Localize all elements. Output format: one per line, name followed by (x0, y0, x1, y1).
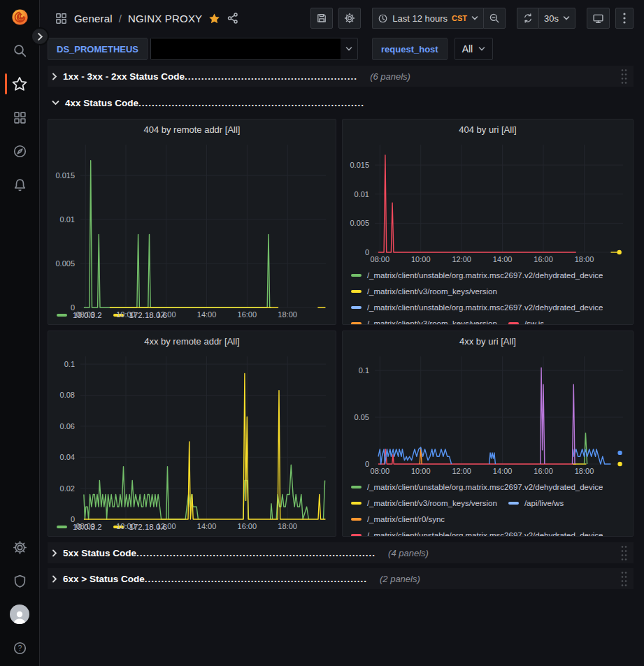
time-controls-group: Last 12 hours CST (372, 8, 506, 29)
series-color-swatch (351, 322, 362, 324)
panel-title[interactable]: 404 by remote addr [All] (48, 120, 336, 139)
legend-label: /sw.js (524, 316, 544, 324)
panel-404-by-remote-addr: 404 by remote addr [All] 08:0010:0012:00… (48, 119, 336, 325)
datasource-select[interactable] (150, 38, 358, 60)
dashboard-header: General / NGINX PROXY (40, 0, 644, 36)
svg-text:0.04: 0.04 (60, 453, 75, 461)
sidebar-item-server-admin[interactable] (0, 564, 39, 598)
compass-icon (13, 144, 27, 159)
row-4xx[interactable]: 4xx Status Code ........................… (48, 92, 634, 113)
legend-item[interactable]: /sw.js (508, 316, 544, 324)
legend-item[interactable]: /_matrix/client/v3/room_keys/version (351, 284, 497, 299)
svg-text:12:00: 12:00 (452, 255, 471, 263)
svg-text:12:00: 12:00 (452, 467, 471, 475)
svg-text:16:00: 16:00 (238, 522, 257, 530)
legend-item[interactable]: /_matrix/client/unstable/org.matrix.msc2… (351, 268, 603, 283)
series-color-swatch (351, 486, 362, 488)
grafana-logo-icon (10, 8, 29, 27)
timeseries-chart[interactable]: 08:0010:0012:0014:0016:0018:0000.0050.01… (48, 139, 336, 306)
sidebar-collapse-button[interactable] (31, 27, 49, 45)
sidebar-item-configuration[interactable] (0, 530, 39, 564)
request-host-value: All (462, 43, 473, 55)
row-drag-handle[interactable] (620, 68, 628, 85)
series-color-swatch (351, 274, 362, 277)
row-panel-count: (4 panels) (388, 548, 429, 558)
svg-text:0.015: 0.015 (350, 161, 369, 169)
timeseries-chart[interactable]: 08:0010:0012:0014:0016:0018:0000.050.1 (343, 351, 633, 478)
variables-submenu: DS_PROMETHEUS request_host All (40, 36, 644, 61)
row-5xx[interactable]: 5xx Status Code ........................… (48, 542, 634, 563)
save-dashboard-button[interactable] (310, 8, 333, 29)
svg-text:18:00: 18:00 (278, 310, 297, 319)
svg-text:14:00: 14:00 (197, 310, 217, 319)
series-color-swatch (351, 306, 362, 309)
cycle-view-mode-button[interactable] (587, 8, 610, 29)
series-color-swatch (351, 534, 362, 536)
svg-text:0.1: 0.1 (64, 360, 75, 368)
more-options-button[interactable] (615, 8, 634, 29)
svg-text:0.02: 0.02 (60, 484, 75, 493)
row-title: 1xx - 3xx - 2xx Status Code (63, 71, 185, 82)
row-leader-dots: ........................................… (185, 71, 357, 82)
legend-item[interactable]: /api/live/ws (508, 495, 564, 511)
timeseries-chart[interactable]: 08:0010:0012:0014:0016:0018:0000.020.040… (48, 351, 336, 518)
panel-title[interactable]: 4xx by uri [All] (343, 331, 633, 351)
shield-icon (13, 574, 27, 588)
row-drag-handle[interactable] (620, 544, 628, 562)
timeseries-chart[interactable]: 08:0010:0012:0014:0016:0018:0000.0050.01… (343, 139, 633, 266)
svg-text:0: 0 (365, 248, 369, 256)
svg-text:14:00: 14:00 (197, 522, 217, 530)
star-icon (12, 76, 27, 92)
sidebar-item-starred[interactable] (0, 67, 39, 101)
legend-item[interactable]: /_matrix/client/unstable/org.matrix.msc2… (351, 479, 603, 495)
refresh-button[interactable] (517, 8, 538, 29)
chevron-right-icon (52, 575, 57, 583)
svg-text:0.05: 0.05 (355, 413, 369, 421)
grafana-app: ? General / NGINX PROXY (0, 0, 644, 666)
sidebar-item-alerting[interactable] (0, 168, 39, 201)
panel-title[interactable]: 404 by uri [All] (343, 120, 633, 139)
svg-text:0.1: 0.1 (359, 366, 369, 375)
sidebar-item-dashboards[interactable] (0, 101, 39, 134)
legend-label: /_matrix/client/v3/room_keys/version (367, 284, 497, 299)
favorite-star-icon[interactable] (208, 13, 220, 24)
breadcrumb-section[interactable]: General (74, 13, 113, 24)
row-panel-count: (2 panels) (380, 574, 420, 584)
svg-text:0.01: 0.01 (60, 215, 75, 224)
legend-item[interactable]: /_matrix/client/unstable/org.matrix.msc2… (351, 528, 603, 536)
series-color-swatch (351, 518, 362, 521)
share-icon[interactable] (227, 12, 239, 24)
sidebar-item-explore[interactable] (0, 134, 39, 168)
series-color-swatch (508, 322, 519, 324)
dashboard-settings-button[interactable] (338, 8, 361, 29)
sidebar-item-profile[interactable] (0, 598, 39, 631)
panel-title[interactable]: 4xx by remote addr [All] (48, 331, 336, 351)
series-color-swatch (508, 502, 519, 505)
svg-text:08:00: 08:00 (370, 467, 389, 475)
sidebar-item-home[interactable] (0, 0, 39, 34)
legend-item[interactable]: /_matrix/client/unstable/org.matrix.msc2… (351, 300, 603, 315)
refresh-group: 30s (517, 8, 575, 29)
svg-text:10:00: 10:00 (411, 467, 431, 475)
legend-label: /_matrix/client/unstable/org.matrix.msc2… (367, 268, 603, 283)
main-area: General / NGINX PROXY (40, 0, 644, 666)
row-drag-handle[interactable] (620, 570, 628, 588)
row-1xx-3xx-2xx[interactable]: 1xx - 3xx - 2xx Status Code ............… (48, 66, 634, 87)
variable-label-request-host[interactable]: request_host (372, 38, 448, 60)
sidebar-item-help[interactable]: ? (0, 631, 39, 665)
variable-label-ds-prometheus[interactable]: DS_PROMETHEUS (48, 38, 148, 60)
legend-item[interactable]: /_matrix/client/v3/room_keys/version (351, 495, 497, 511)
svg-text:0.005: 0.005 (55, 259, 75, 268)
legend-item[interactable]: /_matrix/client/v3/room_keys/version (351, 316, 497, 324)
dashboards-grid-icon (13, 110, 27, 125)
svg-text:16:00: 16:00 (534, 255, 553, 263)
svg-text:0: 0 (71, 303, 75, 312)
time-range-picker[interactable]: Last 12 hours CST (372, 8, 483, 29)
legend-item[interactable]: /_matrix/client/r0/sync (351, 512, 445, 527)
request-host-select[interactable]: All (455, 38, 494, 60)
zoom-out-time-button[interactable] (483, 8, 506, 29)
row-6xx[interactable]: 6xx > Status Code ......................… (48, 568, 634, 589)
row-panel-count: (6 panels) (370, 71, 410, 82)
legend-label: /_matrix/client/v3/room_keys/version (367, 495, 497, 511)
refresh-interval-picker[interactable]: 30s (538, 8, 575, 29)
